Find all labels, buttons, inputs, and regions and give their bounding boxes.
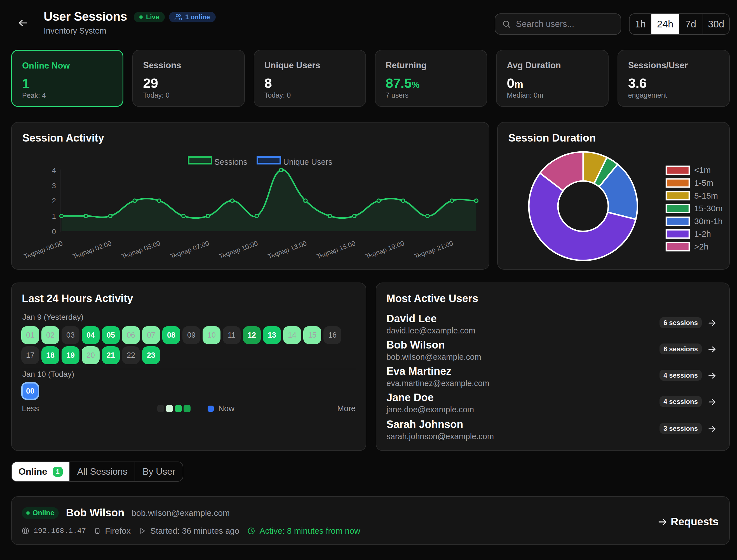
svg-text:5-15m: 5-15m <box>694 191 718 200</box>
svg-text:Tegnap 21:00: Tegnap 21:00 <box>413 239 454 260</box>
svg-text:1-5m: 1-5m <box>694 178 713 187</box>
svg-text:3: 3 <box>52 182 56 190</box>
svg-text:<1m: <1m <box>694 165 711 175</box>
svg-text:1: 1 <box>52 212 56 220</box>
svg-text:1-2h: 1-2h <box>694 229 711 238</box>
svg-text:4: 4 <box>52 166 56 175</box>
svg-text:Unique Users: Unique Users <box>283 157 332 166</box>
svg-text:Tegnap 10:00: Tegnap 10:00 <box>218 239 259 260</box>
svg-text:Tegnap 02:00: Tegnap 02:00 <box>72 239 112 260</box>
svg-text:Tegnap 13:00: Tegnap 13:00 <box>267 239 308 260</box>
svg-text:2: 2 <box>52 197 56 205</box>
svg-text:15-30m: 15-30m <box>694 204 723 213</box>
svg-text:>2h: >2h <box>694 242 708 251</box>
svg-text:Tegnap 05:00: Tegnap 05:00 <box>120 239 161 260</box>
svg-text:Tegnap 07:00: Tegnap 07:00 <box>169 239 210 260</box>
svg-text:30m-1h: 30m-1h <box>694 217 723 226</box>
svg-text:0: 0 <box>52 227 56 236</box>
svg-text:Tegnap 00:00: Tegnap 00:00 <box>23 239 64 260</box>
svg-text:Sessions: Sessions <box>214 157 247 166</box>
svg-text:Tegnap 15:00: Tegnap 15:00 <box>316 239 356 260</box>
svg-text:Tegnap 19:00: Tegnap 19:00 <box>364 239 405 260</box>
